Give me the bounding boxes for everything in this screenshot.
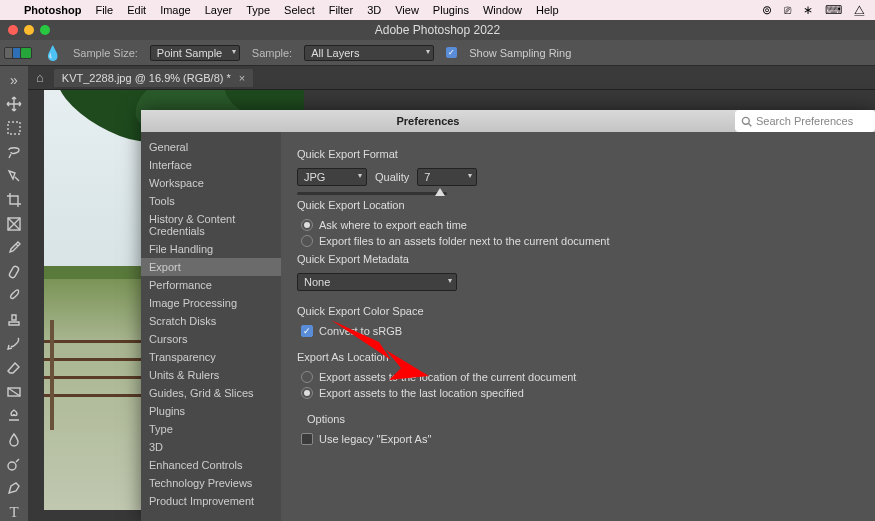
creative-cloud-icon[interactable]: ⊚ xyxy=(762,3,772,17)
menu-type[interactable]: Type xyxy=(246,4,270,16)
preferences-panel: Quick Export Format JPG Quality 7 Quick … xyxy=(281,132,875,521)
pref-cat-workspace[interactable]: Workspace xyxy=(141,174,281,192)
quality-slider[interactable] xyxy=(297,192,447,195)
export-as-radio-current[interactable]: Export assets to the location of the cur… xyxy=(301,371,859,383)
pref-cat-general[interactable]: General xyxy=(141,138,281,156)
preferences-titlebar: Preferences Search Preferences xyxy=(141,110,875,132)
convert-srgb-checkbox[interactable]: Convert to sRGB xyxy=(301,325,859,337)
search-placeholder: Search Preferences xyxy=(756,115,853,127)
pref-cat-enhanced[interactable]: Enhanced Controls xyxy=(141,456,281,474)
document-tab-label: KVT_2288.jpg @ 16.9% (RGB/8) * xyxy=(62,72,231,84)
pref-cat-guides[interactable]: Guides, Grid & Slices xyxy=(141,384,281,402)
pref-cat-units[interactable]: Units & Rulers xyxy=(141,366,281,384)
lasso-tool-icon[interactable] xyxy=(5,144,23,160)
pref-cat-performance[interactable]: Performance xyxy=(141,276,281,294)
sample-size-label: Sample Size: xyxy=(73,47,138,59)
show-sampling-ring-checkbox[interactable]: ✓ xyxy=(446,47,457,58)
keyboard-icon[interactable]: ⌨︎ xyxy=(825,3,842,17)
export-location-radio-ask[interactable]: Ask where to export each time xyxy=(301,219,859,231)
healing-tool-icon[interactable] xyxy=(5,264,23,280)
pref-cat-plugins[interactable]: Plugins xyxy=(141,402,281,420)
left-toolbar: » T xyxy=(0,66,28,521)
sample-select[interactable]: All Layers xyxy=(304,45,434,61)
menu-layer[interactable]: Layer xyxy=(205,4,233,16)
export-format-select[interactable]: JPG xyxy=(297,168,367,186)
menu-3d[interactable]: 3D xyxy=(367,4,381,16)
history-brush-tool-icon[interactable] xyxy=(5,336,23,352)
dodge-tool-icon[interactable] xyxy=(5,456,23,472)
sample-label: Sample: xyxy=(252,47,292,59)
quick-select-tool-icon[interactable] xyxy=(5,168,23,184)
blur-tool-icon[interactable] xyxy=(5,432,23,448)
menu-filter[interactable]: Filter xyxy=(329,4,353,16)
menu-window[interactable]: Window xyxy=(483,4,522,16)
home-icon[interactable]: ⌂ xyxy=(36,70,44,85)
quality-label: Quality xyxy=(375,171,409,183)
sample-size-select[interactable]: Point Sample xyxy=(150,45,240,61)
wifi-icon[interactable]: ⧋ xyxy=(854,3,865,17)
menu-help[interactable]: Help xyxy=(536,4,559,16)
menu-file[interactable]: File xyxy=(95,4,113,16)
move-tool-icon[interactable] xyxy=(5,96,23,112)
marquee-tool-icon[interactable] xyxy=(5,120,23,136)
crop-tool-icon[interactable] xyxy=(5,192,23,208)
pref-cat-image-processing[interactable]: Image Processing xyxy=(141,294,281,312)
svg-rect-2 xyxy=(8,265,19,278)
gradient-tool-icon[interactable] xyxy=(5,384,23,400)
menu-plugins[interactable]: Plugins xyxy=(433,4,469,16)
quick-export-metadata-heading: Quick Export Metadata xyxy=(297,253,859,265)
expand-dock-icon[interactable]: » xyxy=(5,72,23,88)
pref-cat-export[interactable]: Export xyxy=(141,258,281,276)
window-title: Adobe Photoshop 2022 xyxy=(0,23,875,37)
brush-tool-icon[interactable] xyxy=(5,288,23,304)
macos-menu-bar: Photoshop File Edit Image Layer Type Sel… xyxy=(0,0,875,20)
quality-select[interactable]: 7 xyxy=(417,168,477,186)
stamp-tool-icon[interactable] xyxy=(5,312,23,328)
svg-point-5 xyxy=(742,117,749,124)
eyedropper-tool-icon[interactable]: 💧 xyxy=(44,45,61,61)
pref-cat-file-handling[interactable]: File Handling xyxy=(141,240,281,258)
close-tab-icon[interactable]: × xyxy=(239,72,245,84)
screen-icon[interactable]: ⎚ xyxy=(784,3,791,17)
bluetooth-icon[interactable]: ∗ xyxy=(803,3,813,17)
menu-view[interactable]: View xyxy=(395,4,419,16)
export-as-radio-last[interactable]: Export assets to the last location speci… xyxy=(301,387,859,399)
pref-cat-history[interactable]: History & Content Credentials xyxy=(141,210,281,240)
pref-cat-type[interactable]: Type xyxy=(141,420,281,438)
pref-cat-transparency[interactable]: Transparency xyxy=(141,348,281,366)
app-menu[interactable]: Photoshop xyxy=(24,4,81,16)
preferences-dialog: Preferences Search Preferences General I… xyxy=(141,110,875,521)
frame-tool-icon[interactable] xyxy=(5,216,23,232)
eraser-tool-icon[interactable] xyxy=(5,360,23,376)
show-sampling-ring-label: Show Sampling Ring xyxy=(469,47,571,59)
pref-cat-product-improvement[interactable]: Product Improvement xyxy=(141,492,281,510)
pref-cat-tools[interactable]: Tools xyxy=(141,192,281,210)
metadata-select[interactable]: None xyxy=(297,273,457,291)
export-location-radio-assets[interactable]: Export files to an assets folder next to… xyxy=(301,235,859,247)
quick-export-format-heading: Quick Export Format xyxy=(297,148,859,160)
eyedropper-tool-icon[interactable] xyxy=(5,240,23,256)
options-heading: Options xyxy=(307,413,859,425)
menu-edit[interactable]: Edit xyxy=(127,4,146,16)
document-tab[interactable]: KVT_2288.jpg @ 16.9% (RGB/8) * × xyxy=(54,69,253,87)
options-bar: 💧 Sample Size: Point Sample Sample: All … xyxy=(0,40,875,66)
preferences-title: Preferences xyxy=(141,115,715,127)
tool-preset-icon[interactable] xyxy=(8,47,32,59)
preferences-category-list: General Interface Workspace Tools Histor… xyxy=(141,132,281,521)
pen-tool-icon[interactable] xyxy=(5,480,23,496)
window-titlebar: Adobe Photoshop 2022 xyxy=(0,20,875,40)
legacy-export-as-checkbox[interactable]: Use legacy "Export As" xyxy=(301,433,859,445)
preferences-search-input[interactable]: Search Preferences xyxy=(735,110,875,132)
document-tabstrip: ⌂ KVT_2288.jpg @ 16.9% (RGB/8) * × xyxy=(28,66,875,90)
type-tool-icon[interactable]: T xyxy=(5,504,23,521)
pref-cat-cursors[interactable]: Cursors xyxy=(141,330,281,348)
slider-thumb-icon[interactable] xyxy=(435,188,445,196)
bucket-tool-icon[interactable] xyxy=(5,408,23,424)
menu-image[interactable]: Image xyxy=(160,4,191,16)
pref-cat-interface[interactable]: Interface xyxy=(141,156,281,174)
pref-cat-3d[interactable]: 3D xyxy=(141,438,281,456)
menu-select[interactable]: Select xyxy=(284,4,315,16)
export-as-location-heading: Export As Location xyxy=(297,351,859,363)
pref-cat-tech-previews[interactable]: Technology Previews xyxy=(141,474,281,492)
pref-cat-scratch[interactable]: Scratch Disks xyxy=(141,312,281,330)
